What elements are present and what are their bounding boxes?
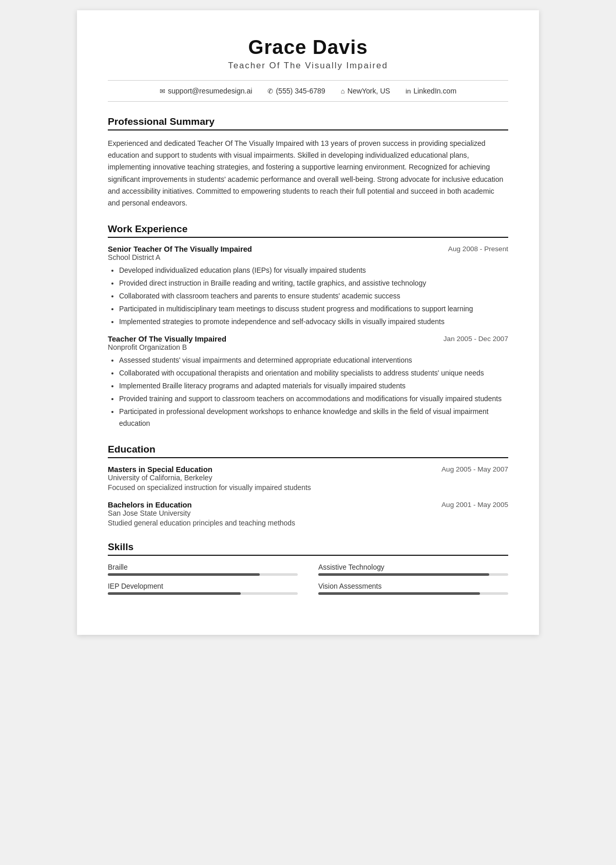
- job-2: Teacher Of The Visually Impaired Jan 200…: [108, 335, 508, 429]
- job-1-bullet-3: Collaborated with classroom teachers and…: [119, 290, 508, 302]
- edu-1-header: Masters in Special Education Aug 2005 - …: [108, 465, 508, 474]
- summary-title: Professional Summary: [108, 116, 508, 130]
- job-2-org: Nonprofit Organization B: [108, 343, 508, 351]
- job-2-bullet-1: Assessed students' visual impairments an…: [119, 354, 508, 366]
- edu-1-degree: Masters in Special Education: [108, 465, 213, 474]
- edu-2-date: Aug 2001 - May 2005: [441, 501, 508, 509]
- edu-2-school: San Jose State University: [108, 509, 508, 517]
- job-1-bullet-2: Provided direct instruction in Braille r…: [119, 277, 508, 289]
- summary-section: Professional Summary Experienced and ded…: [108, 116, 508, 209]
- education-section: Education Masters in Special Education A…: [108, 444, 508, 527]
- skill-assistive-tech-name: Assistive Technology: [318, 563, 508, 571]
- job-2-date: Jan 2005 - Dec 2007: [444, 335, 508, 343]
- edu-2-desc: Studied general education principles and…: [108, 519, 508, 527]
- job-1-date: Aug 2008 - Present: [448, 245, 508, 253]
- location-icon: ⌂: [341, 87, 345, 95]
- job-1-bullet-5: Implemented strategies to promote indepe…: [119, 316, 508, 328]
- edu-1: Masters in Special Education Aug 2005 - …: [108, 465, 508, 492]
- skill-braille: Braille: [108, 563, 298, 576]
- job-2-title: Teacher Of The Visually Impaired: [108, 335, 226, 343]
- edu-2: Bachelors in Education Aug 2001 - May 20…: [108, 501, 508, 527]
- phone-value: (555) 345-6789: [276, 87, 325, 95]
- job-2-bullet-4: Provided training and support to classro…: [119, 393, 508, 405]
- skill-vision-assess-bar-fill: [318, 592, 480, 595]
- work-experience-title: Work Experience: [108, 223, 508, 238]
- skill-assistive-tech-bar-bg: [318, 573, 508, 576]
- job-1-bullet-4: Participated in multidisciplinary team m…: [119, 303, 508, 315]
- skill-braille-name: Braille: [108, 563, 298, 571]
- education-title: Education: [108, 444, 508, 458]
- skill-braille-bar-bg: [108, 573, 298, 576]
- job-1-header: Senior Teacher Of The Visually Impaired …: [108, 245, 508, 253]
- edu-2-degree: Bachelors in Education: [108, 501, 192, 509]
- skill-braille-bar-fill: [108, 573, 260, 576]
- edu-2-header: Bachelors in Education Aug 2001 - May 20…: [108, 501, 508, 509]
- skill-iep: IEP Development: [108, 582, 298, 595]
- candidate-title: Teacher Of The Visually Impaired: [108, 61, 508, 71]
- job-1: Senior Teacher Of The Visually Impaired …: [108, 245, 508, 328]
- contact-bar: ✉ support@resumedesign.ai ✆ (555) 345-67…: [108, 80, 508, 102]
- email-value: support@resumedesign.ai: [168, 87, 253, 95]
- skills-grid: Braille Assistive Technology IEP Develop…: [108, 563, 508, 595]
- job-1-bullet-1: Developed individualized education plans…: [119, 265, 508, 276]
- skill-vision-assess-bar-bg: [318, 592, 508, 595]
- job-2-bullet-2: Collaborated with occupational therapist…: [119, 367, 508, 379]
- email-icon: ✉: [160, 87, 165, 95]
- candidate-name: Grace Davis: [108, 36, 508, 59]
- phone-icon: ✆: [267, 87, 273, 95]
- job-1-bullets: Developed individualized education plans…: [108, 265, 508, 328]
- contact-email: ✉ support@resumedesign.ai: [160, 87, 253, 95]
- skill-assistive-tech-bar-fill: [318, 573, 489, 576]
- job-2-bullets: Assessed students' visual impairments an…: [108, 354, 508, 429]
- work-experience-section: Work Experience Senior Teacher Of The Vi…: [108, 223, 508, 429]
- contact-phone: ✆ (555) 345-6789: [267, 87, 325, 95]
- resume-page: Grace Davis Teacher Of The Visually Impa…: [77, 10, 539, 635]
- skills-title: Skills: [108, 541, 508, 556]
- skills-section: Skills Braille Assistive Technology IEP …: [108, 541, 508, 595]
- contact-linkedin: in LinkedIn.com: [406, 87, 456, 95]
- job-2-header: Teacher Of The Visually Impaired Jan 200…: [108, 335, 508, 343]
- edu-1-school: University of California, Berkeley: [108, 474, 508, 482]
- job-2-bullet-3: Implemented Braille literacy programs an…: [119, 380, 508, 392]
- resume-header: Grace Davis Teacher Of The Visually Impa…: [108, 36, 508, 71]
- linkedin-icon: in: [406, 87, 411, 95]
- contact-location: ⌂ NewYork, US: [341, 87, 390, 95]
- linkedin-value: LinkedIn.com: [413, 87, 456, 95]
- skill-iep-name: IEP Development: [108, 582, 298, 590]
- job-1-org: School District A: [108, 253, 508, 261]
- location-value: NewYork, US: [348, 87, 390, 95]
- edu-1-date: Aug 2005 - May 2007: [441, 465, 508, 474]
- summary-text: Experienced and dedicated Teacher Of The…: [108, 138, 508, 209]
- job-1-title: Senior Teacher Of The Visually Impaired: [108, 245, 252, 253]
- skill-vision-assess-name: Vision Assessments: [318, 582, 508, 590]
- edu-1-desc: Focused on specialized instruction for v…: [108, 483, 508, 492]
- skill-assistive-tech: Assistive Technology: [318, 563, 508, 576]
- job-2-bullet-5: Participated in professional development…: [119, 406, 508, 429]
- skill-iep-bar-fill: [108, 592, 241, 595]
- skill-vision-assess: Vision Assessments: [318, 582, 508, 595]
- skill-iep-bar-bg: [108, 592, 298, 595]
